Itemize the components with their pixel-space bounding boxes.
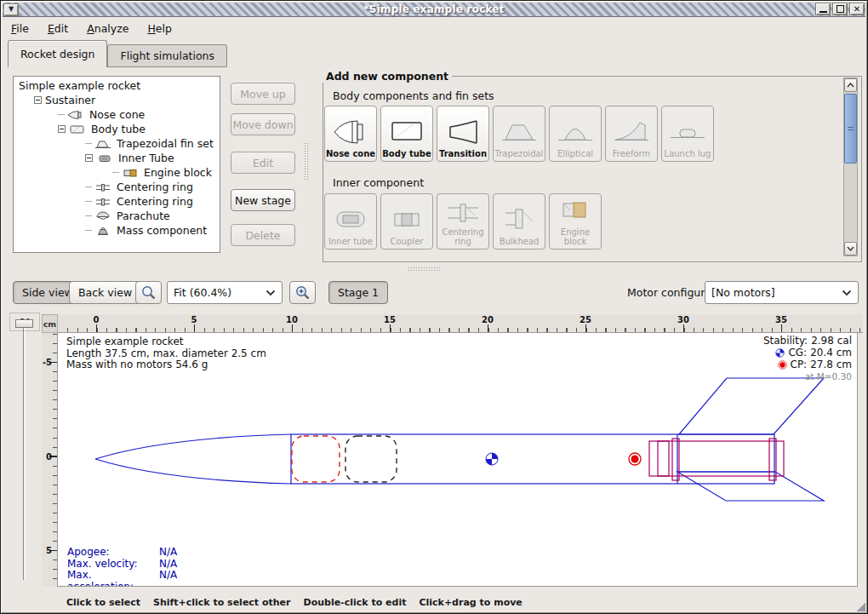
tree-item-label: Centering ring [117, 181, 193, 193]
add-trapezoidal-fin-button[interactable]: Trapezoidal [493, 106, 545, 162]
close-button[interactable]: ✕ [849, 3, 865, 15]
rocket-length-line: Length 37.5 cm, max. diameter 2.5 cm [66, 348, 266, 360]
menu-file[interactable]: File [11, 22, 29, 35]
tree-item-parachute[interactable]: Parachute [14, 209, 220, 223]
magnifier-icon [140, 284, 157, 301]
scroll-up-button[interactable] [844, 78, 857, 92]
parachute-outline [292, 436, 340, 482]
h-tick-label: 10 [286, 315, 298, 324]
add-coupler-button[interactable]: Coupler [380, 193, 433, 250]
engine-block-icon [122, 168, 139, 178]
add-engine-block-button[interactable]: Engine block [549, 193, 602, 250]
horizontal-splitter[interactable] [408, 267, 442, 272]
tree-item-label: Parachute [117, 209, 170, 222]
title-bar[interactable]: ▼ *Simple example rocket ✕ [3, 3, 865, 17]
menu-help[interactable]: Help [147, 22, 172, 35]
close-icon: ✕ [854, 5, 860, 14]
minimize-icon [819, 11, 827, 13]
tree-item-nose-cone[interactable]: Nose cone [14, 107, 220, 122]
window-title: *Simple example rocket [3, 3, 865, 15]
cg-marker [486, 453, 498, 465]
tree-item-trapezoidal-fin-set[interactable]: Trapezoidal fin set [14, 136, 220, 151]
add-freeform-fin-button[interactable]: Freeform [605, 106, 658, 162]
tree-item-rocket[interactable]: Simple example rocket [14, 78, 220, 93]
rotation-slider-track[interactable] [23, 328, 26, 580]
zoom-out-button[interactable] [135, 281, 162, 304]
tree-item-centering-ring-2[interactable]: Centering ring [14, 194, 220, 209]
move-down-button[interactable]: Move down [231, 113, 295, 135]
add-elliptical-fin-button[interactable]: Elliptical [549, 106, 602, 162]
inner-tube-icon [96, 153, 113, 164]
new-stage-button[interactable]: New stage [231, 189, 295, 211]
edit-button[interactable]: Edit [231, 152, 295, 174]
tree-item-label: Nose cone [89, 108, 145, 121]
hint-click-drag: Click+drag to move [419, 597, 522, 608]
add-launch-lug-button[interactable]: Launch lug [661, 106, 714, 162]
component-button-label: Inner tube [328, 237, 373, 246]
max-acceleration-label: Max. acceleration: [67, 570, 159, 587]
rotation-slider-handle[interactable] [15, 319, 33, 328]
delete-button[interactable]: Delete [231, 224, 295, 246]
collapse-icon[interactable] [34, 96, 42, 104]
tree-item-inner-tube[interactable]: Inner Tube [14, 151, 220, 165]
zoom-select[interactable]: Fit (60.4%) [167, 281, 283, 304]
add-transition-button[interactable]: Transition [437, 106, 489, 162]
stage-1-toggle[interactable]: Stage 1 [328, 281, 388, 304]
tree-item-sustainer[interactable]: Sustainer [14, 93, 220, 107]
add-bulkhead-button[interactable]: Bulkhead [493, 193, 545, 250]
mach-label: at M=0.30 [763, 370, 852, 382]
tree-item-mass-component[interactable]: Mass component [14, 223, 220, 238]
tree-item-engine-block[interactable]: Engine block [14, 165, 220, 180]
component-button-label: Freeform [613, 149, 651, 158]
chevron-up-icon [847, 83, 854, 88]
tree-item-label: Centering ring [117, 195, 193, 208]
zoom-in-button[interactable] [289, 281, 316, 304]
rocket-canvas[interactable]: Simple example rocket Length 37.5 cm, ma… [58, 333, 858, 587]
engine-block-icon [557, 195, 594, 224]
tab-rocket-design[interactable]: Rocket design [8, 40, 107, 67]
nose-cone-icon [332, 117, 369, 146]
minimize-button[interactable] [815, 3, 831, 15]
tree-item-body-tube[interactable]: Body tube [14, 122, 220, 136]
hint-shift-click: Shift+click to select other [153, 597, 291, 608]
v-tick-label: -5 [43, 358, 52, 367]
window-menu-button[interactable]: ▼ [3, 3, 19, 16]
tree-item-label: Simple example rocket [19, 79, 140, 92]
add-inner-tube-button[interactable]: Inner tube [324, 193, 377, 250]
add-body-tube-button[interactable]: Body tube [380, 106, 433, 162]
maximize-button[interactable] [832, 3, 848, 15]
apogee-value: N/A [159, 547, 177, 559]
menu-analyze[interactable]: Analyze [87, 22, 128, 35]
collapse-icon[interactable] [85, 154, 93, 162]
centering-ring-icon [444, 202, 482, 224]
component-panel-scrollbar[interactable] [843, 77, 858, 256]
add-nose-cone-button[interactable]: Nose cone [324, 106, 377, 162]
mass-component-icon [94, 226, 111, 236]
menu-edit[interactable]: Edit [48, 22, 68, 35]
main-tabs: Rocket design Flight simulations [8, 40, 227, 67]
move-up-button[interactable]: Move up [231, 83, 295, 105]
add-centering-ring-button[interactable]: Centering ring [437, 193, 489, 250]
resize-grip[interactable] [855, 601, 865, 611]
tree-connector [85, 186, 92, 187]
collapse-icon[interactable] [58, 125, 66, 133]
scroll-down-button[interactable] [844, 242, 857, 255]
chevron-down-icon [266, 290, 276, 296]
tab-flight-simulations[interactable]: Flight simulations [107, 44, 227, 67]
body-components-label: Body components and fin sets [333, 89, 494, 102]
motor-mount-outline [649, 439, 784, 480]
window-menu-icon: ▼ [9, 6, 14, 13]
transition-icon [444, 117, 482, 146]
scrollbar-thumb[interactable] [844, 94, 857, 164]
h-tick-label: 30 [677, 315, 689, 324]
motor-configuration-value: [No motors] [711, 286, 775, 299]
vertical-splitter[interactable] [304, 142, 309, 181]
tree-item-centering-ring-1[interactable]: Centering ring [14, 180, 220, 194]
motor-configuration-select[interactable]: [No motors] [705, 281, 859, 304]
component-tree[interactable]: Simple example rocket Sustainer Nose con… [13, 76, 220, 253]
back-view-button[interactable]: Back view [69, 281, 141, 304]
launch-lug-icon [669, 117, 706, 146]
component-button-label: Transition [439, 149, 487, 158]
component-button-label: Elliptical [557, 149, 593, 158]
thumb-grip [848, 127, 854, 130]
